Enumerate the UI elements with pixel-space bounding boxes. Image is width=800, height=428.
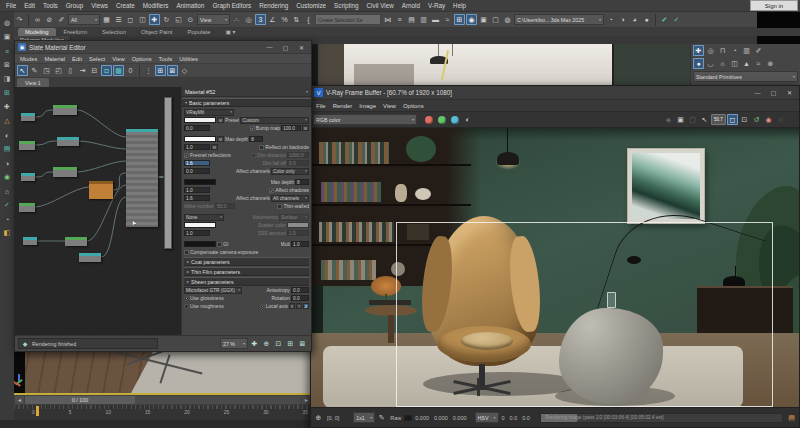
toggle-ribbon-icon[interactable]: ▬ <box>430 14 441 25</box>
selection-filter-dropdown[interactable]: All▾ <box>68 14 100 25</box>
material-node-mtl-11[interactable] <box>126 129 158 227</box>
material-node-teal-5[interactable] <box>57 137 79 146</box>
perspective-viewport[interactable] <box>14 352 312 393</box>
align-icon[interactable]: ≡ <box>394 14 405 25</box>
named-set-field[interactable]: Create Selection Se <box>315 14 381 25</box>
rendered-frame-icon[interactable]: ▢ <box>490 14 501 25</box>
vray-frame-buffer-icon[interactable]: ✓ <box>671 14 682 25</box>
use-center-icon[interactable]: ∴ <box>231 14 242 25</box>
pan-icon[interactable]: ✚ <box>249 338 260 349</box>
select-move-icon[interactable]: ✚ <box>149 14 160 25</box>
refraction-swatch[interactable] <box>184 179 216 185</box>
compare-icon[interactable]: ◈ <box>663 114 674 125</box>
color-sample-icon[interactable]: ✎ <box>376 412 387 423</box>
dock-select-icon[interactable]: ◍ <box>2 18 12 28</box>
dock-layers-icon[interactable]: ▣ <box>2 32 12 42</box>
render-last-icon[interactable]: ◉ <box>763 114 774 125</box>
render-iterative-icon[interactable]: ◔ <box>605 14 616 25</box>
metalness-field[interactable]: 0.0 <box>184 168 210 174</box>
layout-selected-icon[interactable]: ⊠ <box>167 65 178 76</box>
chk-dim-distance[interactable]: Dim distance <box>251 152 286 158</box>
put-to-library-icon[interactable]: ◳ <box>41 65 52 76</box>
maximize-button[interactable]: ▢ <box>767 87 780 98</box>
menu-modes[interactable]: Modes <box>17 56 40 62</box>
dock-sphere-icon[interactable]: ◐ <box>2 130 12 140</box>
menu-material[interactable]: Material <box>41 56 68 62</box>
rect-region-icon[interactable]: ◻ <box>125 14 136 25</box>
layer-explorer-icon[interactable]: ▥ <box>418 14 429 25</box>
material-node-orange-7[interactable] <box>89 181 113 199</box>
delete-selected-icon[interactable]: ▯ <box>65 65 76 76</box>
menu-render[interactable]: Render <box>330 103 356 109</box>
select-manipulate-icon[interactable]: ◎ <box>243 14 254 25</box>
menu-file[interactable]: File <box>3 2 19 9</box>
assign-to-selection-icon[interactable]: ◰ <box>53 65 64 76</box>
view1-tab[interactable]: View 1 <box>17 78 49 87</box>
pixel-ratio-dropdown[interactable]: 1x1▾ <box>353 412 375 423</box>
channel-dropdown[interactable]: RGB color▾ <box>313 114 417 125</box>
vray-toolbar-icon[interactable]: ✔ <box>659 14 670 25</box>
fld-1-0[interactable]: 1.0 <box>287 230 309 236</box>
rad-local-axis[interactable]: Local axis <box>260 303 288 309</box>
btn-m[interactable]: M <box>217 136 224 142</box>
vfb-history-icon[interactable]: ▤ <box>786 412 797 423</box>
stop-icon[interactable]: ○ <box>775 114 786 125</box>
minimize-button[interactable]: — <box>751 87 764 98</box>
fld-50-0[interactable]: 50.0 <box>215 203 235 209</box>
menu-scripting[interactable]: Scripting <box>331 2 362 9</box>
translucency-dropdown[interactable]: None▾ <box>184 214 224 221</box>
dock-clock-icon[interactable]: ◔ <box>2 214 12 224</box>
menu-civil-view[interactable]: Civil View <box>364 2 397 9</box>
fld-8[interactable]: 8 <box>295 179 309 185</box>
green-channel-button[interactable] <box>438 116 446 124</box>
red-channel-button[interactable] <box>425 116 433 124</box>
pixel-position-icon[interactable]: ⊕ <box>313 412 324 423</box>
region-render-box[interactable] <box>396 222 773 407</box>
select-rotate-icon[interactable]: ↻ <box>161 14 172 25</box>
ribbon-tab-populate[interactable]: Populate <box>180 28 217 36</box>
dock-list-icon[interactable]: ≡ <box>2 46 12 56</box>
render-progress[interactable]: Rendering image (pass 1/2 [00:03:06.4] [… <box>540 413 783 423</box>
modify-tab-icon[interactable]: ◎ <box>705 45 716 56</box>
menu-graph-editors[interactable]: Graph Editors <box>209 2 254 9</box>
zoom-icon[interactable]: ⊕ <box>261 338 272 349</box>
spacewarps-icon[interactable]: ≈ <box>753 58 764 69</box>
render-setup-icon[interactable]: ▣ <box>478 14 489 25</box>
material-node-teal-2[interactable] <box>21 173 35 181</box>
utilities-tab-icon[interactable]: ✐ <box>753 45 764 56</box>
select-node-tool-icon[interactable]: ↖ <box>17 65 28 76</box>
refraction-glossiness-field[interactable]: 1.0 <box>184 187 210 193</box>
region-render-icon[interactable]: ◻ <box>727 114 738 125</box>
hide-unused-slots-icon[interactable]: ⊟ <box>89 65 100 76</box>
fog-depth-field[interactable]: 1.0 <box>184 230 210 236</box>
material-node-green-4[interactable] <box>53 105 77 115</box>
track-mouse-icon[interactable]: ⊡ <box>739 114 750 125</box>
time-scrubber[interactable]: ◄ 0 / 100 ► <box>14 395 312 405</box>
show-shaded-in-viewport-icon[interactable]: ◘ <box>101 65 112 76</box>
minimize-button[interactable]: — <box>263 42 276 53</box>
rad-use-roughness[interactable]: Use roughness <box>184 303 224 309</box>
material-name-bar[interactable]: Material #52 ▾ <box>182 87 311 97</box>
fresnel-ior-field[interactable]: 1.6 <box>184 160 210 166</box>
editor-zoom-dropdown[interactable]: 27 %▾ <box>220 338 248 349</box>
shapes-icon[interactable]: ◡ <box>705 58 716 69</box>
render-region-icon[interactable]: ◕ <box>629 14 640 25</box>
dock-split-icon[interactable]: ◨ <box>2 74 12 84</box>
fld-1-0[interactable]: 1.0 <box>291 241 309 247</box>
schematic-view-icon[interactable]: ⊞ <box>454 14 465 25</box>
mono-channel-button[interactable]: ◐ <box>462 114 473 125</box>
mirror-icon[interactable]: ⋈ <box>382 14 393 25</box>
rendered-image[interactable] <box>311 128 799 407</box>
viewport-top-strip[interactable] <box>318 44 690 85</box>
percent-snap-icon[interactable]: % <box>279 14 290 25</box>
dock-target-icon[interactable]: ◉ <box>2 172 12 182</box>
display-tab-icon[interactable]: ▥ <box>741 45 752 56</box>
menu-tools[interactable]: Tools <box>156 56 176 62</box>
zoom-selected-icon[interactable]: ⊠ <box>297 338 308 349</box>
fld-0-0[interactable]: 0.0 <box>291 295 309 301</box>
chk-thin-walled[interactable]: Thin-walled <box>277 203 309 209</box>
ref-coord-dropdown[interactable]: View▾ <box>197 14 230 25</box>
dock-grid-icon[interactable]: ⊞ <box>2 88 12 98</box>
redo-icon[interactable]: ↷ <box>14 14 25 25</box>
zoom-extents-icon[interactable]: ⊞ <box>285 338 296 349</box>
